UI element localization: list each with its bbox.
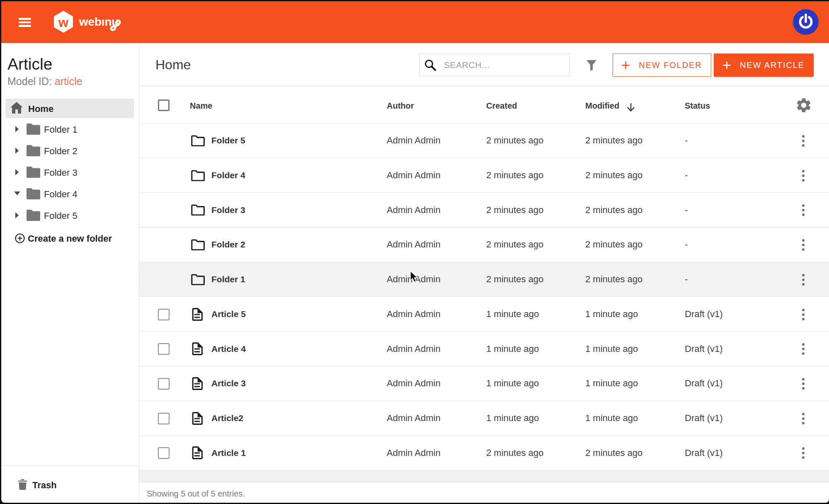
svg-text:w: w [58, 15, 69, 30]
